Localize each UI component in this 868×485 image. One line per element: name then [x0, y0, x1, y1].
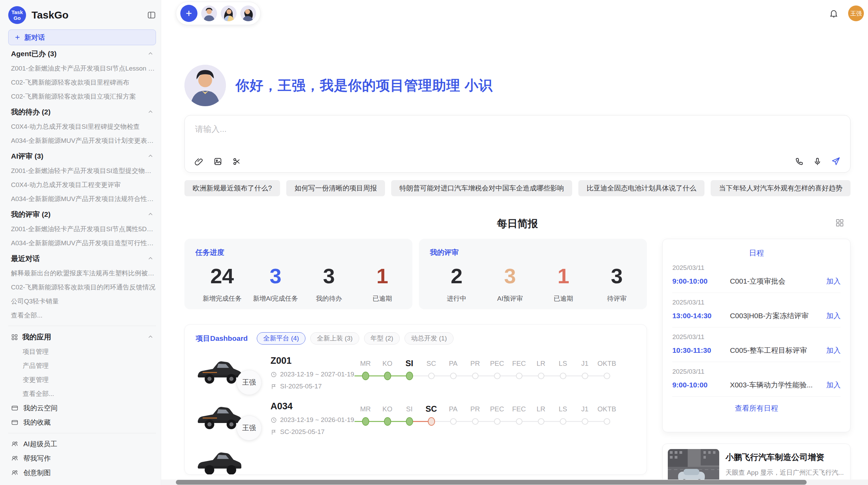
join-link[interactable]: 加入	[826, 346, 841, 355]
sidebar-item[interactable]: Z001-全新燃油轻卡产品开发项目SI造型提交物评审	[8, 164, 156, 178]
voice-call-icon[interactable]	[795, 157, 804, 166]
schedule-date: 2025/03/11	[672, 264, 841, 272]
sidebar-footer-link[interactable]: 创意制图	[8, 465, 156, 480]
sidebar-item[interactable]: C02-飞腾新能源轻客改款项目里程碑画布	[8, 75, 156, 89]
sidebar-item[interactable]: Z001-全新燃油轻卡产品开发项目SI节点属性5D文件评审	[8, 222, 156, 236]
app-item[interactable]: 变更管理	[8, 373, 156, 387]
chat-input[interactable]	[194, 123, 841, 148]
agent-avatar[interactable]	[221, 5, 237, 21]
join-link[interactable]: 加入	[826, 380, 841, 390]
agent-avatar[interactable]	[240, 5, 256, 21]
collapse-sidebar-icon[interactable]	[147, 11, 156, 20]
attachment-icon[interactable]	[194, 157, 204, 166]
app-item[interactable]: 查看全部...	[8, 387, 156, 401]
sidebar-section: 最近对话 解释最新出台的欧盟报废车法规再生塑料比例被调至15%... C02-飞…	[8, 251, 156, 322]
horizontal-scrollbar-track[interactable]	[161, 480, 868, 485]
project-row-partial[interactable]	[196, 446, 636, 475]
suggestion-chip[interactable]: 特朗普可能对进口汽车增税会对中国车企造成哪些影响	[391, 180, 572, 196]
app-title: TaskGo	[32, 9, 69, 21]
sidebar-item[interactable]: C02-飞腾新能源轻客改款项目立项汇报方案	[8, 89, 156, 103]
sidebar-item[interactable]: C0X4-动力总成开发项目SI里程碑提交物检查	[8, 120, 156, 134]
new-chat-button[interactable]: 新对话	[8, 29, 156, 45]
section-label: Agent已办 (3)	[11, 49, 57, 59]
sidebar-item[interactable]: 查看全部...	[8, 308, 156, 322]
stat-value: 2	[430, 265, 483, 287]
sidebar-item[interactable]: Z001-全新燃油皮卡产品开发项目SI节点Lesson Learn报告	[8, 61, 156, 75]
sidebar-item[interactable]: A034-全新新能源MUV产品开发项目造型可行性评审	[8, 236, 156, 250]
sidebar-item[interactable]: C02-飞腾新能源轻客改款项目的闭环通告反馈情况	[8, 280, 156, 294]
briefing-right-column: 日程 2025/03/11 9:00-10:00 C001-立项审批会 加入	[662, 239, 851, 485]
schedule-entry: 2025/03/11 9:00-10:00 X003-车辆动力学性能验... 加…	[672, 362, 841, 397]
stat-value: 3	[249, 265, 302, 287]
sidebar-item[interactable]: 解释最新出台的欧盟报废车法规再生塑料比例被调至15%...	[8, 266, 156, 280]
section-items: Z001-全新燃油轻卡产品开发项目SI节点属性5D文件评审 A034-全新新能源…	[8, 222, 156, 250]
milestone-label: LR	[530, 403, 552, 415]
sidebar-link[interactable]: 我的收藏	[8, 415, 156, 430]
image-upload-icon[interactable]	[213, 157, 222, 166]
user-avatar[interactable]: 王强	[848, 5, 864, 21]
milestone-dot	[406, 417, 413, 426]
sidebar-footer-link[interactable]: AI超级员工	[8, 437, 156, 451]
stat-label: 已逾期	[355, 294, 409, 303]
sidebar-link[interactable]: 我的云空间	[8, 401, 156, 415]
app-item[interactable]: 项目管理	[8, 345, 156, 359]
milestone-label: SI	[398, 358, 420, 369]
send-button-icon[interactable]	[831, 157, 841, 166]
dashboard-tab[interactable]: 年型 (2)	[364, 332, 400, 345]
chat-input-card	[184, 115, 851, 173]
schedule-time: 13:00-14:30	[672, 312, 730, 320]
briefing-layout-icon[interactable]	[835, 218, 844, 227]
sidebar: Task Go TaskGo 新对话 Agent已办 (3)	[0, 0, 161, 485]
sidebar-section: AI评审 (3) Z001-全新燃油轻卡产品开发项目SI造型提交物评审 C0X4…	[8, 149, 156, 206]
sidebar-footer-icon	[11, 440, 19, 448]
milestone-label: FEC	[508, 403, 530, 415]
assistant-avatar	[184, 65, 226, 106]
news-snippet: 天眼查 App 显示，近日广州汇天飞行汽...	[725, 468, 844, 477]
chevron-up-icon	[147, 334, 154, 340]
dashboard-tab[interactable]: 全新上装 (3)	[310, 332, 359, 345]
input-tools-left	[194, 157, 241, 166]
join-link[interactable]: 加入	[826, 311, 841, 321]
horizontal-scrollbar-thumb[interactable]	[176, 480, 807, 485]
sidebar-section-header[interactable]: 最近对话	[8, 251, 156, 266]
screenshot-scissors-icon[interactable]	[232, 157, 241, 166]
sidebar-item[interactable]: C0X4-动力总成开发项目工程变更评审	[8, 178, 156, 192]
project-code: A034	[270, 401, 354, 412]
chevron-up-icon	[147, 255, 154, 262]
dashboard-tab[interactable]: 全新平台 (4)	[257, 332, 306, 345]
microphone-icon[interactable]	[813, 157, 822, 166]
sidebar-item[interactable]: 公司Q3轻卡销量	[8, 294, 156, 308]
suggestion-chip[interactable]: 欧洲新规最近颁布了什么?	[184, 180, 280, 196]
sidebar-footer-link[interactable]: 帮我写作	[8, 451, 156, 465]
sidebar-link-label: 我的云空间	[23, 403, 58, 413]
milestone-label: PEC	[486, 403, 508, 415]
add-agent-button[interactable]	[180, 5, 197, 22]
sidebar-section-header[interactable]: 我的评审 (2)	[8, 207, 156, 222]
sidebar-section-header[interactable]: Agent已办 (3)	[8, 46, 156, 61]
project-row[interactable]: 王强 Z001 2023-12-19 ~ 2027	[196, 355, 636, 390]
sidebar-footer-label: 创意制图	[23, 468, 51, 477]
schedule-event-title: C003|H0B-方案冻结评审	[730, 311, 822, 321]
sidebar-item[interactable]: A034-全新新能源MUV产品开发项目法规符合性评审	[8, 192, 156, 206]
suggestion-chip[interactable]: 如何写一份清晰的项目周报	[286, 180, 385, 196]
view-all-schedule-link[interactable]: 查看所有日程	[672, 403, 841, 413]
stats-grid: 2 进行中 3 AI预评审	[430, 265, 643, 303]
app-item[interactable]: 产品管理	[8, 359, 156, 373]
news-card[interactable]: 小鹏飞行汽车制造公司增资 天眼查 App 显示，近日广州汇天飞行汽...	[662, 444, 851, 485]
dashboard-tab[interactable]: 动总开发 (1)	[405, 332, 454, 345]
milestone-label: MR	[354, 358, 376, 369]
chevron-up-icon	[147, 211, 154, 218]
sidebar-item[interactable]: A034-全新新能源MUV产品开发项目计划变更表编写	[8, 134, 156, 148]
sidebar-section-header[interactable]: AI评审 (3)	[8, 149, 156, 164]
suggestion-chip[interactable]: 比亚迪全固态电池计划具体说了什么	[578, 180, 704, 196]
milestone-dot	[538, 418, 544, 425]
project-row[interactable]: 王强 A034 2023-12-19 ~ 2026	[196, 400, 636, 436]
suggestion-chip[interactable]: 当下年轻人对汽车外观有怎样的喜好趋势	[711, 180, 851, 196]
notification-bell-icon[interactable]	[829, 9, 839, 18]
agent-avatar[interactable]	[201, 5, 217, 21]
join-link[interactable]: 加入	[826, 276, 841, 286]
milestone-label: PEC	[486, 358, 508, 369]
sidebar-section-header[interactable]: 我的待办 (2)	[8, 104, 156, 120]
milestone-label: LS	[552, 358, 574, 369]
sidebar-section-my-apps[interactable]: 我的应用	[8, 329, 156, 345]
